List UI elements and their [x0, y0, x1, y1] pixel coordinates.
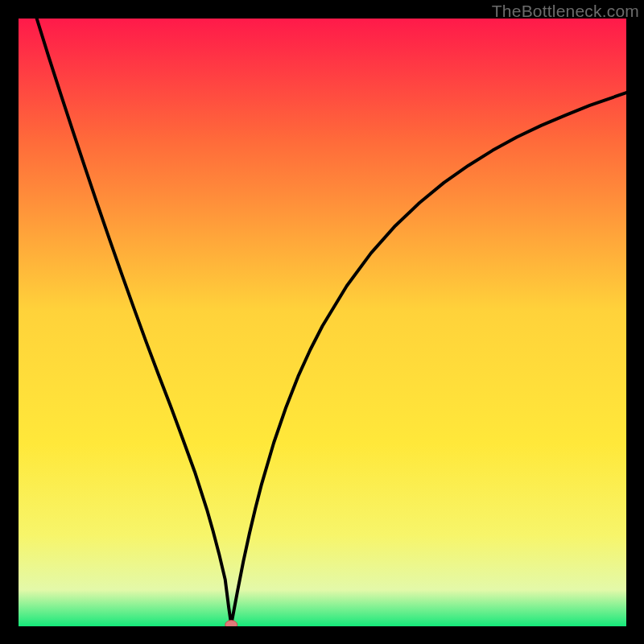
optimal-point-marker — [225, 621, 237, 626]
chart-frame — [19, 19, 626, 626]
bottleneck-chart — [19, 19, 626, 626]
watermark-text: TheBottleneck.com — [492, 2, 639, 21]
gradient-background — [19, 19, 626, 626]
